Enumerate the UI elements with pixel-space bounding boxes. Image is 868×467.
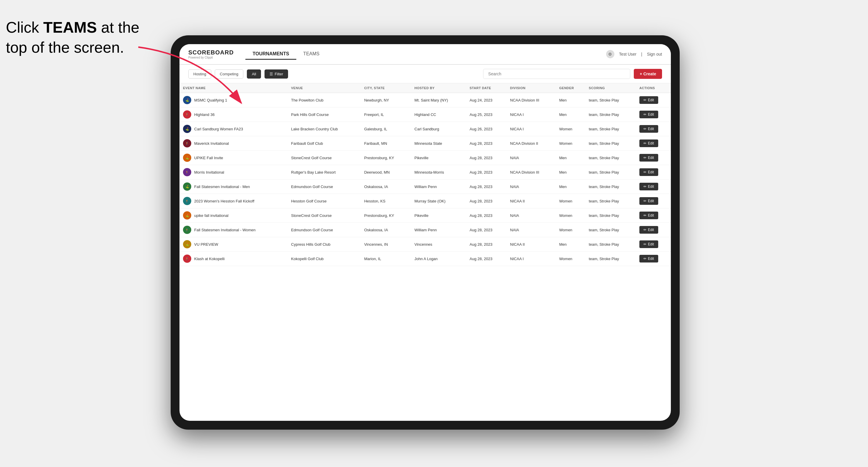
team-logo: 🏌 [183, 139, 191, 148]
edit-button[interactable]: ✏ Edit [640, 197, 658, 205]
tab-teams[interactable]: TEAMS [296, 49, 327, 60]
cell-gender: Men [556, 107, 586, 122]
col-start-date: START DATE [466, 83, 507, 93]
cell-gender: Women [556, 252, 586, 266]
cell-city-state: Galesburg, IL [361, 122, 411, 136]
edit-button[interactable]: ✏ Edit [640, 168, 658, 176]
cell-venue: Kokopelli Golf Club [287, 252, 361, 266]
edit-button[interactable]: ✏ Edit [640, 241, 658, 248]
team-logo: 🏌 [183, 226, 191, 234]
settings-icon[interactable]: ⚙ [606, 50, 614, 58]
cell-event-name: 🏌 Maverick Invitational [180, 136, 287, 151]
cell-scoring: team, Stroke Play [585, 237, 636, 252]
event-name: Morris Invitational [194, 170, 224, 175]
table-row: ⛳ upike fall invitational StoneCrest Gol… [180, 208, 671, 223]
cell-actions: ✏ Edit [636, 165, 671, 180]
edit-button[interactable]: ✏ Edit [640, 183, 658, 190]
col-gender: GENDER [556, 83, 586, 93]
cell-division: NICAA I [507, 107, 556, 122]
cell-venue: Ruttger's Bay Lake Resort [287, 165, 361, 180]
competing-button[interactable]: Competing [215, 69, 243, 79]
cell-city-state: Marion, IL [361, 252, 411, 266]
edit-icon: ✏ [644, 228, 646, 232]
create-button[interactable]: + Create [634, 69, 662, 79]
all-button[interactable]: All [247, 69, 261, 79]
filter-button[interactable]: ☰ Filter [265, 69, 288, 79]
event-name: upike fall invitational [194, 213, 228, 218]
table-row: 🏌 Fall Statesmen Invitational - Women Ed… [180, 223, 671, 237]
cell-city-state: Newburgh, NY [361, 93, 411, 107]
edit-icon: ✏ [644, 127, 646, 131]
search-input[interactable] [483, 69, 630, 79]
cell-hosted-by: Pikeville [411, 151, 466, 165]
cell-actions: ✏ Edit [636, 122, 671, 136]
cell-hosted-by: Vincennes [411, 237, 466, 252]
cell-start-date: Aug 28, 2023 [466, 136, 507, 151]
cell-event-name: 🏌 Morris Invitational [180, 165, 287, 180]
table-row: ⛳ Fall Statesmen Invitational - Men Edmu… [180, 180, 671, 194]
cell-event-name: 🏌 2023 Women's Hesston Fall Kickoff [180, 194, 287, 208]
edit-button[interactable]: ✏ Edit [640, 255, 658, 262]
edit-button[interactable]: ✏ Edit [640, 139, 658, 147]
cell-start-date: Aug 28, 2023 [466, 194, 507, 208]
table-header-row: EVENT NAME VENUE CITY, STATE HOSTED BY S… [180, 83, 671, 93]
cell-actions: ✏ Edit [636, 107, 671, 122]
cell-venue: Edmundson Golf Course [287, 180, 361, 194]
cell-hosted-by: Murray State (OK) [411, 194, 466, 208]
edit-button[interactable]: ✏ Edit [640, 154, 658, 161]
event-name: MSMC Qualifying 1 [194, 98, 227, 102]
cell-actions: ✏ Edit [636, 237, 671, 252]
edit-icon: ✏ [644, 170, 646, 174]
edit-button[interactable]: ✏ Edit [640, 111, 658, 118]
cell-scoring: team, Stroke Play [585, 208, 636, 223]
event-name: UPIKE Fall Invite [194, 156, 223, 160]
cell-actions: ✏ Edit [636, 151, 671, 165]
cell-start-date: Aug 28, 2023 [466, 208, 507, 223]
cell-hosted-by: John A Logan [411, 252, 466, 266]
cell-gender: Men [556, 165, 586, 180]
cell-event-name: ⛳ Fall Statesmen Invitational - Men [180, 180, 287, 194]
col-event-name: EVENT NAME [180, 83, 287, 93]
cell-start-date: Aug 24, 2023 [466, 93, 507, 107]
cell-scoring: team, Stroke Play [585, 223, 636, 237]
cell-scoring: team, Stroke Play [585, 136, 636, 151]
cell-venue: StoneCrest Golf Course [287, 151, 361, 165]
cell-city-state: Oskaloosa, IA [361, 180, 411, 194]
separator: | [641, 52, 642, 57]
cell-venue: Lake Bracken Country Club [287, 122, 361, 136]
sign-out-link[interactable]: Sign out [647, 52, 662, 57]
table-row: ⛳ Carl Sandburg Women FA23 Lake Bracken … [180, 122, 671, 136]
cell-actions: ✏ Edit [636, 194, 671, 208]
edit-button[interactable]: ✏ Edit [640, 226, 658, 234]
cell-venue: Cypress Hills Golf Club [287, 237, 361, 252]
tab-tournaments[interactable]: TOURNAMENTS [245, 49, 296, 60]
cell-division: NCAA Division III [507, 93, 556, 107]
cell-division: NICAA II [507, 237, 556, 252]
logo-area: SCOREBOARD Powered by Clippit [188, 49, 234, 59]
cell-actions: ✏ Edit [636, 223, 671, 237]
hosting-button[interactable]: Hosting [188, 69, 211, 79]
cell-division: NICAA I [507, 122, 556, 136]
edit-button[interactable]: ✏ Edit [640, 125, 658, 133]
cell-division: NAIA [507, 223, 556, 237]
cell-start-date: Aug 28, 2023 [466, 165, 507, 180]
cell-event-name: ⛳ VU PREVIEW [180, 237, 287, 252]
cell-start-date: Aug 28, 2023 [466, 180, 507, 194]
edit-icon: ✏ [644, 156, 646, 160]
col-division: DIVISION [507, 83, 556, 93]
event-name: Highland 36 [194, 113, 215, 117]
cell-gender: Women [556, 122, 586, 136]
edit-button[interactable]: ✏ Edit [640, 96, 658, 104]
team-logo: ⛳ [183, 211, 191, 220]
cell-city-state: Deerwood, MN [361, 165, 411, 180]
edit-button[interactable]: ✏ Edit [640, 212, 658, 219]
cell-event-name: 🏌 Highland 36 [180, 107, 287, 122]
cell-gender: Men [556, 151, 586, 165]
event-name: VU PREVIEW [194, 242, 218, 247]
cell-division: NAIA [507, 151, 556, 165]
col-venue: VENUE [287, 83, 361, 93]
table-row: ⛳ UPIKE Fall Invite StoneCrest Golf Cour… [180, 151, 671, 165]
cell-hosted-by: Mt. Saint Mary (NY) [411, 93, 466, 107]
logo-text: SCOREBOARD [188, 49, 234, 56]
cell-city-state: Oskaloosa, IA [361, 223, 411, 237]
